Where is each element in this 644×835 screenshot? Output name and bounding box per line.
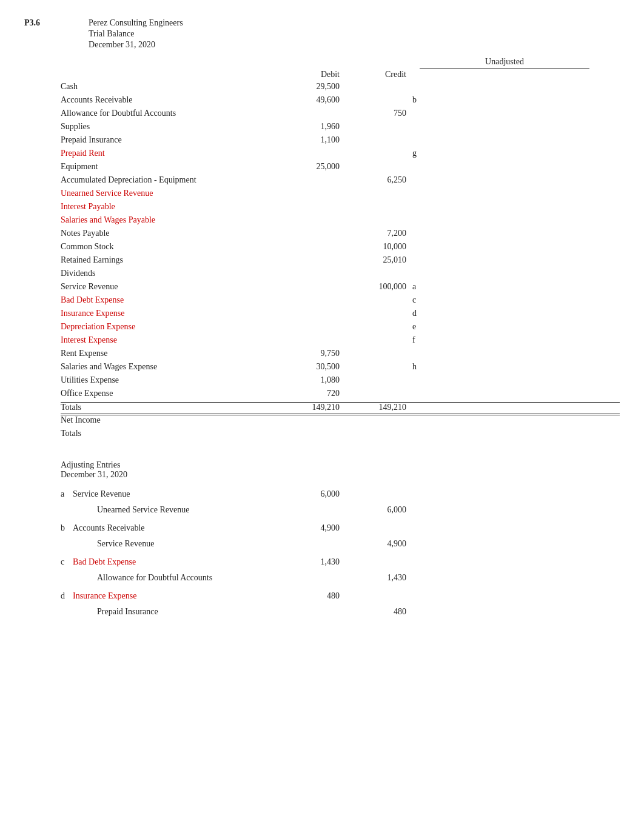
account-row: Salaries and Wages Payable	[61, 215, 620, 229]
adjusting-entry: cBad Debt Expense1,430Allowance for Doub…	[61, 557, 620, 586]
account-name: Cash	[61, 82, 291, 92]
account-row: Cash29,500	[61, 82, 620, 95]
account-col-header	[61, 70, 291, 79]
adjusting-title: Adjusting Entries	[61, 460, 620, 470]
account-name: Salaries and Wages Payable	[61, 215, 291, 225]
account-name: Common Stock	[61, 242, 291, 252]
below-totals-label: Totals	[61, 429, 291, 438]
entry-credit	[352, 523, 412, 537]
adjusting-entry: bAccounts Receivable4,900Service Revenue…	[61, 523, 620, 552]
account-name: Notes Payable	[61, 229, 291, 238]
totals-credit: 149,210	[352, 403, 412, 412]
account-row: Service Revenue100,000a	[61, 282, 620, 295]
adjusting-entry: dInsurance Expense480Prepaid Insurance48…	[61, 591, 620, 620]
account-note: a	[412, 282, 424, 292]
entry-credit	[352, 591, 412, 605]
account-note: g	[412, 149, 424, 158]
account-name: Accounts Receivable	[61, 95, 291, 105]
entry-debit	[291, 573, 352, 586]
entry-debit: 4,900	[291, 523, 352, 537]
account-row: Common Stock10,000	[61, 242, 620, 255]
account-name: Unearned Service Revenue	[61, 189, 291, 198]
entry-credit: 480	[352, 607, 412, 620]
entry-account: Bad Debt Expense	[73, 557, 291, 571]
account-note: h	[412, 362, 424, 372]
account-row: Rent Expense9,750	[61, 349, 620, 362]
adjusting-entry-line: bAccounts Receivable4,900	[61, 523, 620, 537]
account-debit: 25,000	[291, 162, 352, 172]
account-row: Unearned Service Revenue	[61, 189, 620, 202]
unadjusted-group-label: Unadjusted	[420, 57, 589, 69]
below-totals-row: Net Income	[61, 415, 620, 429]
company-name: Perez Consulting Engineers	[89, 18, 183, 28]
account-row: Allowance for Doubtful Accounts750	[61, 109, 620, 122]
account-name: Prepaid Insurance	[61, 135, 291, 145]
entry-letter: a	[61, 489, 73, 503]
account-row: Interest Payable	[61, 202, 620, 215]
entry-letter: d	[61, 591, 73, 605]
account-debit: 30,500	[291, 362, 352, 372]
account-note: f	[412, 335, 424, 345]
account-credit: 6,250	[352, 175, 412, 185]
entry-letter: b	[61, 523, 73, 537]
entry-credit: 6,000	[352, 505, 412, 518]
entry-account: Insurance Expense	[73, 591, 291, 605]
debit-col-header: Debit	[291, 70, 352, 79]
account-name: Rent Expense	[61, 349, 291, 358]
below-totals-row: Totals	[61, 429, 620, 442]
account-debit: 9,750	[291, 349, 352, 358]
adjusting-entries-section: Adjusting Entries December 31, 2020 aSer…	[61, 460, 620, 620]
entry-debit	[291, 505, 352, 518]
account-name: Depreciation Expense	[61, 322, 291, 332]
account-name: Interest Expense	[61, 335, 291, 345]
entry-letter	[61, 539, 73, 552]
account-name: Office Expense	[61, 389, 291, 398]
account-credit: 10,000	[352, 242, 412, 252]
account-name: Allowance for Doubtful Accounts	[61, 109, 291, 118]
account-row: Retained Earnings25,010	[61, 255, 620, 269]
report-date: December 31, 2020	[89, 40, 183, 50]
credit-col-header: Credit	[352, 70, 412, 79]
entry-letter	[61, 607, 73, 620]
account-debit: 1,080	[291, 375, 352, 385]
account-row: Prepaid Insurance1,100	[61, 135, 620, 149]
account-row: Depreciation Expensee	[61, 322, 620, 335]
account-name: Salaries and Wages Expense	[61, 362, 291, 372]
adjusting-entry-line: Prepaid Insurance480	[61, 607, 620, 620]
adjusting-entries: aService Revenue6,000Unearned Service Re…	[61, 489, 620, 620]
below-totals-rows: Net IncomeTotals	[61, 415, 620, 442]
account-note: d	[412, 309, 424, 318]
account-note: e	[412, 322, 424, 332]
column-headers: Debit Credit	[61, 70, 620, 79]
account-row: Prepaid Rentg	[61, 149, 620, 162]
adjusting-entry-line: Allowance for Doubtful Accounts1,430	[61, 573, 620, 586]
entry-debit: 6,000	[291, 489, 352, 503]
account-note: c	[412, 295, 424, 305]
unadjusted-header-row: Unadjusted	[61, 57, 620, 69]
entry-account: Service Revenue	[73, 539, 291, 552]
account-debit: 49,600	[291, 95, 352, 105]
account-debit: 720	[291, 389, 352, 398]
totals-label: Totals	[61, 403, 291, 412]
account-name: Utilities Expense	[61, 375, 291, 385]
entry-account: Prepaid Insurance	[73, 607, 291, 620]
entry-debit: 480	[291, 591, 352, 605]
account-credit: 25,010	[352, 255, 412, 265]
account-name: Accumulated Depreciation - Equipment	[61, 175, 291, 185]
account-name: Prepaid Rent	[61, 149, 291, 158]
entry-account: Unearned Service Revenue	[73, 505, 291, 518]
adjusting-header: Adjusting Entries December 31, 2020	[61, 460, 620, 480]
account-credit: 100,000	[352, 282, 412, 292]
account-rows: Cash29,500Accounts Receivable49,600bAllo…	[61, 82, 620, 402]
account-row: Accounts Receivable49,600b	[61, 95, 620, 109]
account-name: Insurance Expense	[61, 309, 291, 318]
adjusting-date: December 31, 2020	[61, 470, 620, 480]
account-credit: 750	[352, 109, 412, 118]
entry-account: Allowance for Doubtful Accounts	[73, 573, 291, 586]
account-name: Bad Debt Expense	[61, 295, 291, 305]
account-name: Equipment	[61, 162, 291, 172]
account-row: Salaries and Wages Expense30,500h	[61, 362, 620, 375]
adjusting-entry-line: Service Revenue4,900	[61, 539, 620, 552]
problem-id: P3.6	[24, 18, 40, 51]
account-row: Interest Expensef	[61, 335, 620, 349]
